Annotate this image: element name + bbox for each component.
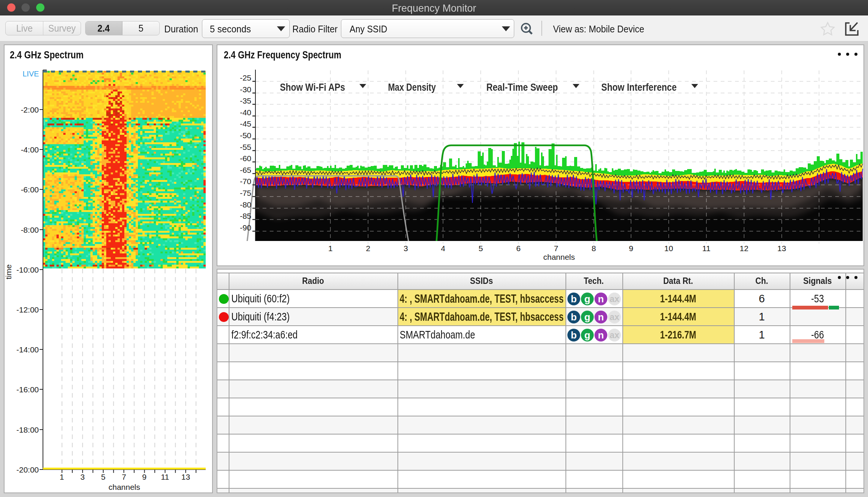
svg-text:-65: -65	[240, 166, 251, 174]
svg-text:11: 11	[702, 244, 711, 253]
svg-text:channels: channels	[543, 253, 575, 261]
svg-text:2: 2	[366, 244, 370, 253]
svg-text:-45: -45	[240, 119, 251, 128]
svg-text:12: 12	[740, 244, 748, 253]
svg-text:-70: -70	[240, 177, 251, 186]
svg-text:9: 9	[142, 473, 147, 481]
svg-text:4: 4	[441, 244, 445, 253]
svg-text:-20:00: -20:00	[16, 465, 39, 474]
svg-text:5: 5	[101, 473, 105, 481]
svg-text:3: 3	[80, 473, 85, 481]
svg-text:-25: -25	[240, 73, 251, 82]
svg-text:channels: channels	[108, 483, 140, 491]
svg-text:3: 3	[403, 244, 408, 253]
svg-text:-35: -35	[240, 96, 251, 105]
svg-text:-14:00: -14:00	[16, 345, 39, 354]
svg-text:-10:00: -10:00	[16, 265, 39, 274]
svg-text:10: 10	[664, 244, 673, 253]
svg-text:-2:00: -2:00	[21, 105, 39, 114]
svg-text:11: 11	[161, 473, 169, 481]
svg-text:9: 9	[629, 244, 633, 253]
svg-text:-8:00: -8:00	[21, 226, 39, 234]
svg-text:-75: -75	[240, 189, 251, 197]
svg-text:-60: -60	[240, 154, 251, 163]
svg-text:5: 5	[478, 244, 483, 253]
svg-text:13: 13	[777, 244, 786, 253]
svg-text:13: 13	[181, 473, 190, 481]
svg-text:6: 6	[516, 244, 521, 253]
svg-text:7: 7	[122, 473, 126, 481]
svg-text:-85: -85	[240, 212, 251, 220]
svg-text:1: 1	[328, 244, 333, 253]
svg-text:-6:00: -6:00	[21, 185, 39, 194]
svg-text:-18:00: -18:00	[16, 425, 39, 434]
svg-text:-12:00: -12:00	[16, 305, 39, 314]
svg-text:-90: -90	[240, 223, 251, 232]
svg-text:1: 1	[60, 473, 64, 481]
svg-text:8: 8	[591, 244, 596, 253]
svg-text:-50: -50	[240, 131, 251, 140]
svg-text:-55: -55	[240, 143, 251, 151]
svg-text:-4:00: -4:00	[21, 145, 39, 154]
svg-text:-80: -80	[240, 200, 251, 209]
svg-text:7: 7	[554, 244, 558, 253]
svg-text:-40: -40	[240, 108, 251, 117]
svg-text:-30: -30	[240, 85, 251, 94]
svg-text:-16:00: -16:00	[16, 385, 39, 394]
svg-text:time: time	[4, 264, 13, 279]
